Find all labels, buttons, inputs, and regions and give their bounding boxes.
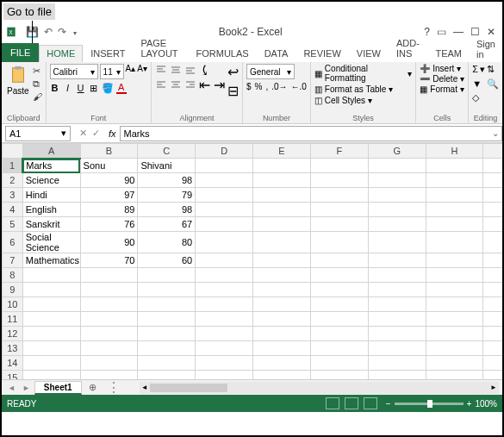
column-header[interactable]: H [426,144,483,159]
underline-button[interactable]: U [76,83,86,93]
minimize-icon[interactable]: — [453,26,464,38]
cell[interactable] [426,283,483,297]
cell[interactable] [196,327,253,341]
cell[interactable] [22,268,80,283]
cell[interactable] [80,356,138,371]
sign-in-link[interactable]: Sign in [470,36,502,62]
cell[interactable] [253,327,311,341]
cell[interactable] [368,188,426,203]
cell[interactable] [196,217,253,232]
orientation-icon[interactable]: ⤹ [199,64,211,76]
cell[interactable] [138,371,196,380]
align-left-icon[interactable] [155,78,167,91]
conditional-formatting-button[interactable]: ▦Conditional Formatting▾ [314,64,412,83]
cell[interactable] [253,356,311,371]
row-header[interactable]: 13 [3,341,23,356]
tab-formulas[interactable]: FORMULAS [189,45,257,62]
row-header[interactable]: 6 [3,232,23,253]
cell[interactable] [483,341,502,356]
decrease-decimal-icon[interactable]: ←.0 [291,82,307,91]
ribbon-display-icon[interactable]: ▭ [437,26,446,38]
cell[interactable] [138,356,196,371]
cell[interactable] [310,188,368,203]
cell[interactable]: 98 [138,173,196,188]
row-header[interactable]: 9 [3,283,23,297]
cell[interactable] [368,283,426,297]
cell[interactable] [483,268,502,283]
cell[interactable] [253,283,311,297]
align-top-icon[interactable] [155,64,167,76]
row-header[interactable]: 14 [3,356,23,371]
select-all-corner[interactable] [3,144,23,159]
zoom-out-icon[interactable]: − [386,399,391,409]
tab-home[interactable]: HOME [39,45,83,62]
enter-formula-icon[interactable]: ✓ [92,128,100,139]
tab-insert[interactable]: INSERT [83,45,133,62]
border-icon[interactable]: ⊞ [89,83,99,94]
fill-color-icon[interactable]: 🪣 [102,83,114,94]
italic-button[interactable]: I [63,83,73,93]
bold-button[interactable]: B [50,83,60,93]
number-format-select[interactable]: General▾ [246,64,295,79]
cell[interactable]: Mathematics [22,253,80,268]
column-header[interactable]: D [196,144,253,159]
column-header[interactable]: B [80,144,138,159]
cell[interactable]: Social Science [22,232,80,253]
tab-page-layout[interactable]: PAGE LAYOUT [133,34,188,62]
cell[interactable] [196,232,253,253]
decrease-font-icon[interactable]: A▾ [137,64,147,79]
cell[interactable] [368,159,426,173]
cell[interactable] [426,371,483,380]
row-header[interactable]: 2 [3,173,23,188]
cell[interactable] [310,232,368,253]
cell[interactable] [426,253,483,268]
cell[interactable] [483,356,502,371]
cell[interactable] [368,203,426,217]
sheet-tab[interactable]: Sheet1 [34,381,82,395]
sheet-nav-next-icon[interactable]: ► [20,384,33,392]
cell[interactable] [138,327,196,341]
row-header[interactable]: 15 [3,371,23,380]
row-header[interactable]: 10 [3,297,23,312]
increase-decimal-icon[interactable]: .0→ [271,82,287,91]
cell[interactable] [80,283,138,297]
row-header[interactable]: 5 [3,217,23,232]
align-center-icon[interactable] [170,78,182,91]
cell[interactable] [196,188,253,203]
cell[interactable] [253,341,311,356]
cell[interactable] [253,297,311,312]
cell[interactable] [483,203,502,217]
cell[interactable] [138,297,196,312]
cell[interactable] [426,268,483,283]
cell[interactable] [22,312,80,327]
cell[interactable] [253,268,311,283]
cell[interactable] [196,371,253,380]
insert-cells-button[interactable]: ➕Insert▾ [420,64,464,73]
horizontal-scrollbar-thumb[interactable] [150,384,227,392]
cell[interactable] [483,297,502,312]
cell[interactable] [310,173,368,188]
cell[interactable]: 76 [80,217,138,232]
row-header[interactable]: 7 [3,253,23,268]
cell[interactable]: 89 [80,203,138,217]
cell[interactable] [368,268,426,283]
cell[interactable] [483,371,502,380]
cell[interactable] [196,297,253,312]
row-header[interactable]: 12 [3,327,23,341]
cell[interactable] [426,356,483,371]
cell[interactable] [426,297,483,312]
redo-icon[interactable]: ↷ [58,26,66,38]
cell[interactable] [483,159,502,173]
cell[interactable] [253,371,311,380]
cell[interactable] [22,327,80,341]
cell[interactable] [80,297,138,312]
cell[interactable] [80,268,138,283]
cell[interactable] [253,232,311,253]
cell[interactable] [253,203,311,217]
tab-file[interactable]: FILE [2,43,39,62]
cell[interactable] [426,159,483,173]
cell[interactable] [310,297,368,312]
cell[interactable] [483,217,502,232]
fill-icon[interactable]: ▼ [472,78,482,89]
cell[interactable] [253,188,311,203]
